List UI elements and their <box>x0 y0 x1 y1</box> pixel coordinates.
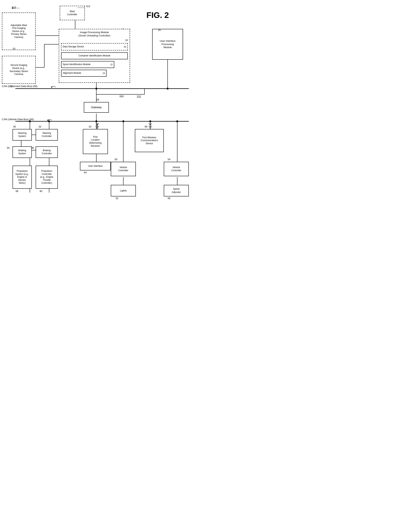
lights-box: Lights <box>111 185 136 196</box>
spout-adjuster-box: Spout Adjuster <box>164 185 189 196</box>
first-location-label: First Location Determining Receiver <box>89 136 102 148</box>
gateway-box: Gateway <box>84 102 109 113</box>
fig-title: FIG. 2 <box>146 11 169 20</box>
can-implement-label: CAN (Implement Data Bus) (58) <box>2 85 37 88</box>
second-imaging-box: Second Imaging Device (e.g., Secondary S… <box>2 56 36 84</box>
can-vehicle-label: CAN (Vehicle Data Bus) (60) <box>2 118 34 121</box>
first-wireless-label: First Wireless Communications Device <box>141 136 158 145</box>
steering-controller-box: Steering Controller <box>36 129 58 141</box>
svg-line-46 <box>96 123 97 125</box>
container-id-box: Container Identification Module <box>61 52 128 59</box>
mast-controller-label: Mast Controller <box>67 10 77 16</box>
propulsion-system-box: Propulsion System (e.g., Engine or Elect… <box>13 166 32 189</box>
mast-controller-box: Mast Controller <box>60 6 85 20</box>
svg-point-9 <box>167 88 169 89</box>
user-interface-box: User Interface <box>80 162 111 171</box>
svg-point-18 <box>176 120 178 122</box>
ref-19: 19 <box>125 39 128 42</box>
antenna-first-wireless <box>147 122 153 129</box>
propulsion-system-label: Propulsion System (e.g., Engine or Elect… <box>15 170 29 185</box>
vehicle-controller-50-label: Vehicle Controller <box>118 166 128 172</box>
spout-adjuster-label: Spout Adjuster <box>172 187 181 194</box>
first-location-box: First Location Determining Receiver <box>83 129 108 154</box>
second-imaging-label: Second Imaging Device (e.g., Secondary S… <box>9 64 28 76</box>
spout-id-box: Spout Identification Module 22 <box>61 61 114 68</box>
gateway-label: Gateway <box>91 105 102 109</box>
ref-10: 10 <box>13 47 15 51</box>
vehicle-controller-54-label: Vehicle Controller <box>171 166 181 172</box>
propulsion-controller-box: Propulsion Controller (e.g., Engine Thro… <box>36 166 58 189</box>
ref-34: 34 <box>7 146 9 150</box>
ref-38: 38 <box>15 190 18 193</box>
svg-line-54 <box>150 123 152 125</box>
lights-label: Lights <box>120 189 127 192</box>
steering-system-box: Steering System <box>13 129 32 141</box>
antenna-first-location <box>94 122 100 129</box>
ref-26: 26 <box>158 29 161 32</box>
adjustable-mast-box: Adjustable Mast First Imaging Device (e.… <box>2 13 36 50</box>
adjustable-mast-label: Adjustable Mast First Imaging Device (e.… <box>11 24 27 39</box>
ref-313: 313 <box>86 5 90 8</box>
steering-system-label: Steering System <box>18 132 27 138</box>
can-vehicle-arrow <box>46 118 54 123</box>
svg-line-53 <box>149 123 150 125</box>
data-storage-label: Data Storage Device <box>63 45 84 48</box>
ref-56: 56 <box>168 197 170 200</box>
spout-id-label: Spout Identification Module <box>63 63 90 66</box>
svg-marker-41 <box>47 119 49 121</box>
ref-111: 111 <box>137 95 141 98</box>
alignment-box: Alignment Module 24 <box>61 70 106 77</box>
ref-36: 36 <box>31 146 34 150</box>
svg-point-17 <box>149 120 151 122</box>
data-storage-box: Data Storage Device 20 <box>61 43 128 51</box>
svg-line-47 <box>97 123 99 125</box>
svg-point-8 <box>95 88 97 89</box>
user-interface-label: User Interface <box>88 165 103 168</box>
ref-48: 48 <box>144 125 147 128</box>
ref-20: 20 <box>124 45 126 48</box>
svg-marker-40 <box>51 86 52 88</box>
braking-system-box: Braking System <box>13 146 32 158</box>
ref-50: 50 <box>115 158 117 161</box>
ref-111-label: 111 <box>120 94 124 97</box>
svg-point-14 <box>48 120 50 122</box>
steering-controller-label: Steering Controller <box>42 132 52 138</box>
image-processing-outer: Image Processing Module (Smart Unloading… <box>59 29 130 83</box>
vehicle-controller-50-box: Vehicle Controller <box>111 162 136 176</box>
user-interface-proc-box: User Interface Processing Module <box>152 29 183 60</box>
svg-point-15 <box>95 120 97 122</box>
image-processing-label: Image Processing Module (Smart Unloading… <box>61 31 128 37</box>
propulsion-controller-label: Propulsion Controller (e.g., Engine Thro… <box>40 170 53 185</box>
user-interface-proc-label: User Interface Processing Module <box>160 39 175 49</box>
braking-controller-box: Braking Controller <box>36 146 58 158</box>
ref-22: 22 <box>110 63 113 66</box>
ref-32: 32 <box>38 125 41 128</box>
alignment-label: Alignment Module <box>63 72 81 75</box>
svg-point-16 <box>122 120 124 122</box>
container-id-label: Container Identification Module <box>78 54 110 57</box>
ref-52: 52 <box>116 197 118 200</box>
ref-24: 24 <box>103 72 105 74</box>
braking-controller-label: Braking Controller <box>42 149 52 155</box>
ref-54: 54 <box>168 158 170 161</box>
braking-system-label: Braking System <box>18 149 26 155</box>
vehicle-controller-54-box: Vehicle Controller <box>164 162 189 176</box>
ref-40: 40 <box>39 190 42 193</box>
can-implement-arrow <box>50 84 58 90</box>
ref-30: 30 <box>13 125 16 128</box>
diagram-container: FIG. 2 315 Adjustable Mast First Imaging… <box>0 0 210 260</box>
first-wireless-box: First Wireless Communications Device <box>135 129 164 152</box>
ref-44: 44 <box>84 171 87 174</box>
ref-315: 315 <box>12 6 16 9</box>
ref-29: 29 <box>96 98 99 102</box>
ref-42: 42 <box>89 125 91 128</box>
